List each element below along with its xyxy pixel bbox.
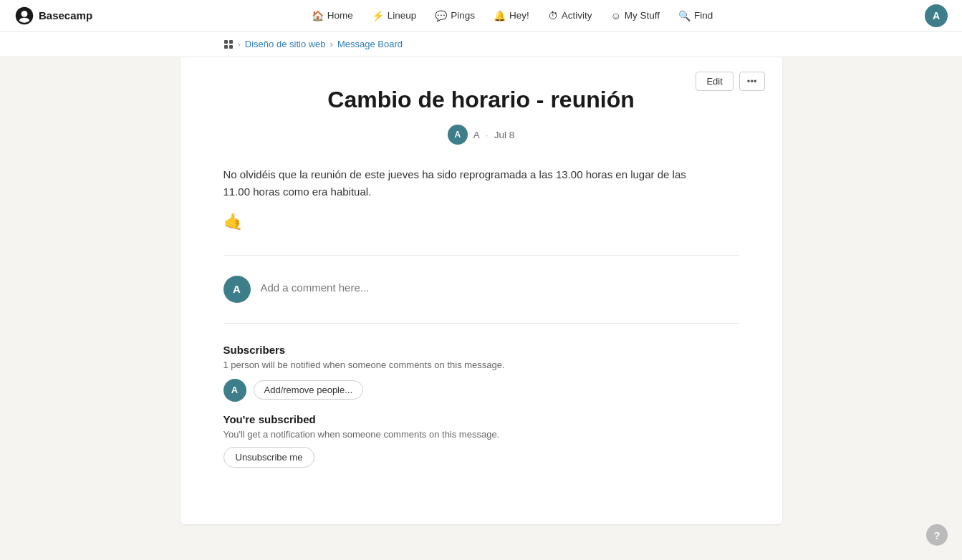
breadcrumb-project[interactable]: Diseño de sitio web	[245, 39, 326, 49]
nav-pings[interactable]: 💬 Pings	[426, 6, 484, 26]
divider-top	[223, 255, 739, 256]
message-body-line1: No olvidéis que la reunión de este jueve…	[223, 166, 739, 183]
subscribers-description: 1 person will be notified when someone c…	[223, 359, 739, 370]
action-buttons: Edit •••	[696, 72, 764, 91]
edit-button[interactable]: Edit	[696, 72, 733, 91]
my-stuff-icon: ☺	[611, 10, 621, 21]
author-avatar: A	[448, 125, 468, 145]
subscribed-title: You're subscribed	[223, 413, 739, 425]
subscribers-section: Subscribers 1 person will be notified wh…	[223, 344, 739, 468]
nav-hey[interactable]: 🔔 Hey!	[485, 6, 538, 26]
message-body-line2: 11.00 horas como era habitual.	[223, 183, 739, 201]
svg-rect-5	[224, 45, 228, 49]
breadcrumb-section[interactable]: Message Board	[337, 39, 403, 49]
add-remove-people-button[interactable]: Add/remove people...	[254, 380, 364, 400]
svg-point-1	[21, 11, 28, 17]
home-icon: 🏠	[312, 10, 324, 21]
activity-icon: ⏱	[548, 10, 558, 21]
find-icon: 🔍	[678, 10, 691, 21]
nav-activity[interactable]: ⏱ Activity	[539, 6, 601, 26]
message-date: Jul 8	[494, 130, 515, 140]
message-body: No olvidéis que la reunión de este jueve…	[223, 166, 739, 234]
subscribers-title: Subscribers	[223, 344, 739, 356]
author-line: A A · Jul 8	[223, 125, 739, 145]
subscribers-row: A Add/remove people...	[223, 379, 739, 402]
lineup-icon: ⚡	[372, 10, 384, 21]
svg-rect-4	[229, 40, 233, 44]
pings-icon: 💬	[435, 10, 447, 21]
breadcrumb-arrow: ›	[238, 39, 241, 49]
hey-icon: 🔔	[494, 10, 506, 21]
message-emoji: 🤙	[223, 209, 739, 234]
subscribed-description: You'll get a notification when someone c…	[223, 429, 739, 440]
nav-find[interactable]: 🔍 Find	[670, 6, 721, 26]
message-title: Cambio de horario - reunión	[223, 86, 739, 113]
logo-text: Basecamp	[39, 9, 92, 21]
nav-links: 🏠 Home ⚡ Lineup 💬 Pings 🔔 Hey! ⏱ Activit…	[100, 6, 925, 26]
nav-home[interactable]: 🏠 Home	[303, 6, 362, 26]
top-navigation: Basecamp 🏠 Home ⚡ Lineup 💬 Pings 🔔 Hey! …	[0, 0, 962, 32]
svg-rect-3	[224, 40, 228, 44]
main-content: Edit ••• Cambio de horario - reunión A A…	[0, 57, 962, 553]
logo-link[interactable]: Basecamp	[14, 6, 92, 26]
svg-point-2	[19, 17, 29, 22]
unsubscribe-button[interactable]: Unsubscribe me	[223, 447, 315, 468]
divider-bottom	[223, 323, 739, 324]
message-card: Edit ••• Cambio de horario - reunión A A…	[181, 57, 782, 524]
more-button[interactable]: •••	[739, 72, 765, 91]
comment-input[interactable]	[261, 276, 739, 299]
help-button[interactable]: ?	[926, 524, 948, 546]
user-avatar[interactable]: A	[925, 4, 948, 27]
breadcrumb-separator: ›	[330, 39, 333, 49]
author-dot: ·	[486, 130, 489, 140]
nav-lineup[interactable]: ⚡ Lineup	[363, 6, 425, 26]
commenter-avatar: A	[223, 276, 251, 303]
comment-area: A	[223, 276, 739, 303]
author-name: A	[473, 130, 480, 140]
nav-my-stuff[interactable]: ☺ My Stuff	[602, 6, 669, 26]
svg-rect-6	[229, 45, 233, 49]
subscriber-avatar: A	[223, 379, 246, 402]
grid-icon[interactable]	[223, 39, 234, 49]
